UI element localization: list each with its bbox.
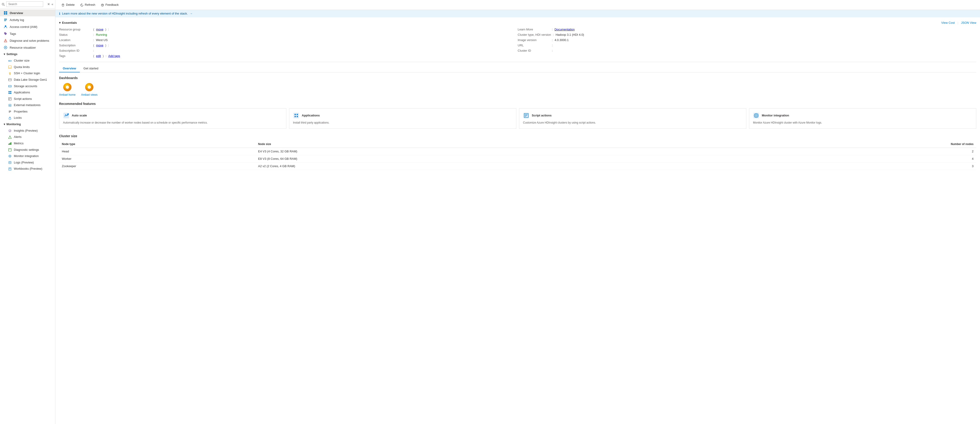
feature-monitor-integration[interactable]: Monitor integration Monitor Azure HDInsi… <box>749 108 976 129</box>
svg-rect-61 <box>293 113 299 118</box>
subscription-move-link[interactable]: move <box>96 44 103 47</box>
feature-applications[interactable]: Applications Install third party applica… <box>289 108 516 129</box>
sidebar-item-label: SSH + Cluster login <box>14 71 40 75</box>
svg-rect-8 <box>4 21 6 21</box>
svg-rect-38 <box>9 118 11 119</box>
sidebar-item-data-lake[interactable]: Data Lake Storage Gen1 <box>0 76 55 83</box>
applications-icon <box>8 91 11 94</box>
overview-icon <box>4 11 7 15</box>
sidebar-item-locks[interactable]: Locks <box>0 114 55 121</box>
svg-point-34 <box>10 105 10 106</box>
toolbar: Delete Refresh Feedback <box>56 0 980 10</box>
close-icon[interactable]: ✕ <box>47 2 50 6</box>
sidebar-item-label: Activity log <box>10 18 24 22</box>
insights-icon <box>8 129 11 133</box>
cluster-size-icon <box>8 59 11 62</box>
settings-section-header[interactable]: ▾ Settings <box>0 51 55 57</box>
sidebar-item-label: Locks <box>14 116 22 119</box>
locks-icon <box>8 116 11 120</box>
sidebar-item-ssh-login[interactable]: SSH + Cluster login <box>0 70 55 76</box>
settings-label: Settings <box>6 52 17 56</box>
info-link[interactable]: → <box>189 12 192 15</box>
delete-button[interactable]: Delete <box>59 2 77 8</box>
tab-overview[interactable]: Overview <box>59 65 80 72</box>
sidebar-item-insights[interactable]: Insights (Preview) <box>0 127 55 134</box>
sidebar-item-label: Resource visualizer <box>10 46 36 49</box>
feature-header: Applications <box>293 112 512 119</box>
cluster-size-table: Node type Node size Number of nodes Head… <box>59 141 976 170</box>
sidebar-item-label: Alerts <box>14 135 21 138</box>
sidebar-item-script-actions[interactable]: Script actions <box>0 95 55 102</box>
metrics-icon <box>8 141 11 145</box>
sidebar-item-diagnostic-settings[interactable]: Diagnostic settings <box>0 146 55 153</box>
feature-script-actions[interactable]: Script actions Customize Azure HDInsight… <box>519 108 746 129</box>
quota-icon <box>8 65 11 69</box>
svg-point-10 <box>5 33 5 33</box>
svg-point-0 <box>2 3 4 5</box>
datalake-icon <box>8 78 11 82</box>
sidebar-item-label: Properties <box>14 110 27 113</box>
sidebar-item-alerts[interactable]: Alerts <box>0 134 55 140</box>
search-input[interactable] <box>6 2 43 7</box>
activity-log-icon <box>4 18 7 22</box>
sidebar-item-quota-limits[interactable]: Quota limits <box>0 64 55 70</box>
sidebar-item-label: Cluster size <box>14 59 30 62</box>
sidebar: ✕ « Overview Activity log Access control… <box>0 0 56 424</box>
sidebar-item-overview[interactable]: Overview <box>0 10 55 16</box>
tabs: Overview Get started <box>59 65 976 72</box>
sidebar-item-applications[interactable]: Applications <box>0 89 55 96</box>
svg-rect-62 <box>294 114 296 115</box>
dashboard-ambari-home[interactable]: Ambari home <box>59 83 75 96</box>
node-size-head: E4 V3 (4 Cores, 32 GB RAM) <box>255 148 697 155</box>
tags-edit-link[interactable]: edit <box>96 54 101 58</box>
ssh-icon <box>8 71 11 75</box>
sidebar-item-label: Diagnose and solve problems <box>10 39 49 43</box>
sidebar-item-logs[interactable]: Logs (Preview) <box>0 159 55 165</box>
json-view-link[interactable]: JSON View <box>961 21 976 24</box>
tags-add-link[interactable]: Add tags <box>108 54 120 58</box>
essentials-cluster-type: Cluster type, HDI version : Hadoop 3.1 (… <box>518 32 976 37</box>
documentation-link[interactable]: Documentation <box>555 28 575 31</box>
collapse-icon[interactable]: « <box>51 2 53 6</box>
svg-rect-25 <box>8 91 10 92</box>
svg-point-58 <box>88 86 91 89</box>
monitoring-section-header[interactable]: ▾ Monitoring <box>0 121 55 127</box>
table-row: Zookeeper A2 v2 (2 Cores, 4 GB RAM) 3 <box>59 162 976 170</box>
view-cost-link[interactable]: View Cost <box>941 21 955 24</box>
refresh-button[interactable]: Refresh <box>78 2 98 8</box>
sidebar-item-access-control[interactable]: Access control (IAM) <box>0 23 55 30</box>
sidebar-item-external-metastores[interactable]: External metastores <box>0 102 55 108</box>
storage-icon <box>8 84 11 88</box>
sidebar-item-resource-visualizer[interactable]: Resource visualizer <box>0 44 55 51</box>
sidebar-item-monitor-integration[interactable]: Monitor integration <box>0 153 55 159</box>
feature-auto-scale[interactable]: Auto scale Automatically increase or dec… <box>59 108 286 129</box>
sidebar-item-storage-accounts[interactable]: Storage accounts <box>0 83 55 89</box>
sidebar-nav: Overview Activity log Access control (IA… <box>0 8 55 173</box>
sidebar-item-cluster-size[interactable]: Cluster size <box>0 57 55 64</box>
sidebar-item-metrics[interactable]: Metrics <box>0 140 55 147</box>
sidebar-item-label: Quota limits <box>14 65 30 69</box>
dashboard-ambari-views[interactable]: Ambari views <box>81 83 97 96</box>
essentials-title[interactable]: ▾ Essentials <box>59 21 77 24</box>
sidebar-item-diagnose[interactable]: Diagnose and solve problems <box>0 37 55 44</box>
feedback-button[interactable]: Feedback <box>99 2 121 8</box>
svg-rect-65 <box>297 116 298 117</box>
resource-group-move-link[interactable]: move <box>96 28 103 31</box>
feature-title: Applications <box>302 114 320 117</box>
sidebar-item-activity-log[interactable]: Activity log <box>0 16 55 23</box>
feature-desc: Customize Azure HDInsight clusters by us… <box>523 121 742 125</box>
dashboards-title: Dashboards <box>59 76 976 80</box>
sidebar-item-workbooks[interactable]: Workbooks (Preview) <box>0 165 55 172</box>
svg-rect-64 <box>294 116 296 117</box>
properties-icon <box>8 110 11 113</box>
sidebar-item-properties[interactable]: Properties <box>0 108 55 115</box>
sidebar-item-label: External metastores <box>14 103 41 107</box>
sidebar-item-tags[interactable]: Tags <box>0 30 55 37</box>
feature-title: Script actions <box>532 114 552 117</box>
svg-rect-63 <box>297 114 298 115</box>
sidebar-item-label: Data Lake Storage Gen1 <box>14 78 47 81</box>
node-size-worker: E8 V3 (8 Cores, 64 GB RAM) <box>255 155 697 162</box>
svg-rect-42 <box>11 142 11 145</box>
sidebar-item-label: Workbooks (Preview) <box>14 167 42 170</box>
tab-get-started[interactable]: Get started <box>80 65 102 72</box>
